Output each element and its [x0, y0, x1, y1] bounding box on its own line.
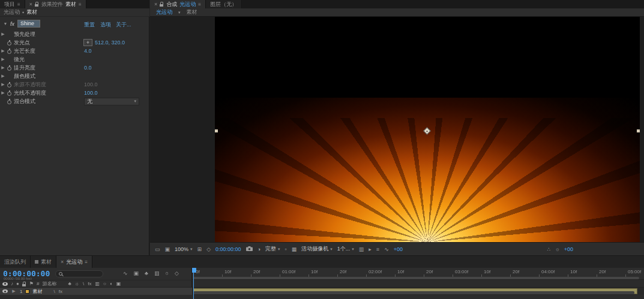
panel-menu-icon[interactable]: ≡ [198, 2, 201, 7]
comp-timecode[interactable]: 0:00:00:00 [215, 246, 241, 252]
effect-row-8[interactable]: ▶光线不透明度100.0 [0, 89, 149, 97]
effect-row-6[interactable]: ▶颜色模式 [0, 72, 149, 80]
solo-column-icon[interactable]: ● [16, 281, 19, 286]
layer-handle-left[interactable] [215, 129, 218, 132]
search-field[interactable] [55, 270, 103, 277]
panel-menu-icon[interactable]: ≡ [17, 2, 20, 7]
preview-monitor-icon[interactable]: ▭ [155, 246, 160, 252]
tab-effect-controls[interactable]: × 效果控件 素材 ≡ [25, 0, 86, 8]
reset-link[interactable]: 重置 [84, 21, 95, 29]
stopwatch-icon[interactable] [7, 65, 12, 71]
shy-switch-icon[interactable]: ♣ [68, 281, 71, 286]
fx-badge-icon[interactable]: fx [10, 21, 14, 27]
graph-editor-icon[interactable]: ◇ [175, 270, 179, 276]
exposure-value[interactable]: +00 [394, 246, 403, 252]
primary-viewer-icon[interactable]: ▣ [165, 246, 170, 252]
motion-blur-switch-icon[interactable]: ○ [103, 281, 106, 286]
stopwatch-icon[interactable] [7, 40, 12, 46]
blend-mode-dropdown[interactable]: 无▾ [84, 98, 139, 105]
breadcrumb-layer[interactable]: 素材 [26, 8, 37, 16]
effect-row-9[interactable]: 混合模式无▾ [0, 97, 149, 105]
horizontal-scrollbar[interactable] [193, 291, 634, 294]
layer-label-color[interactable] [25, 289, 29, 294]
resolution-select[interactable]: 完整 ▾ [265, 245, 280, 253]
show-channels-icon[interactable]: ◑ [257, 246, 260, 252]
adjust-exposure-icon[interactable]: ☼ [555, 246, 559, 252]
work-area-bar[interactable] [193, 277, 639, 279]
layer-quality-icon[interactable]: \ [53, 289, 55, 294]
twirl-closed-icon[interactable]: ▶ [0, 90, 6, 95]
pixel-aspect-icon[interactable]: ▥ [359, 246, 364, 252]
layer-name[interactable]: 素材 [32, 288, 42, 295]
label-column-icon[interactable]: ⚑ [29, 281, 34, 286]
twirl-closed-icon[interactable]: ▶ [11, 289, 17, 294]
twirl-closed-icon[interactable]: ▶ [0, 74, 6, 78]
twirl-closed-icon[interactable]: ▶ [0, 32, 6, 37]
motion-blur-icon[interactable]: ○ [165, 270, 168, 276]
property-value[interactable]: 100.0 [84, 81, 98, 87]
source-name-header[interactable]: 源名称 [42, 280, 56, 287]
panel-menu-icon[interactable]: ≡ [85, 259, 88, 265]
twirl-open-icon[interactable]: ▼ [2, 22, 8, 26]
layer-visibility-icon[interactable] [2, 289, 8, 293]
effect-header-shine[interactable]: ▼ fx Shine 重置 选项 关于... [0, 19, 149, 29]
stopwatch-icon[interactable] [7, 99, 12, 104]
crosshair-button[interactable]: + [83, 39, 92, 46]
stopwatch-icon[interactable] [7, 49, 12, 54]
video-column-icon[interactable] [2, 282, 8, 286]
breadcrumb-comp[interactable]: 光运动 [4, 8, 20, 16]
chevron-down-icon[interactable]: ▾ [178, 10, 181, 15]
effect-row-2[interactable]: 发光点+512.0, 320.0 [0, 38, 149, 47]
grid-guides-icon[interactable]: ⊞ [197, 246, 202, 252]
view-layout-select[interactable]: 1个... ▾ [337, 245, 354, 253]
tab-footage-timeline[interactable]: 素材 [31, 256, 56, 268]
layer-handle-right[interactable] [637, 129, 640, 132]
options-link[interactable]: 选项 [100, 21, 111, 29]
snapshot-camera-icon[interactable] [246, 246, 253, 252]
quality-switch-icon[interactable]: \ [83, 281, 84, 286]
composition-image[interactable] [215, 17, 640, 242]
property-value[interactable]: 512.0, 320.0 [95, 40, 125, 46]
property-value[interactable]: 4.0 [84, 48, 92, 54]
composition-viewport[interactable] [150, 17, 644, 242]
stopwatch-icon[interactable] [7, 90, 12, 96]
twirl-closed-icon[interactable]: ▶ [0, 82, 6, 87]
effect-row-4[interactable]: ▶微光 [0, 55, 149, 64]
audio-column-icon[interactable]: ♪ [11, 281, 13, 286]
track-area[interactable] [192, 280, 644, 295]
about-link[interactable]: 关于... [116, 21, 131, 29]
effect-row-5[interactable]: ▶提升亮度0.0 [0, 64, 149, 72]
layer-fx-icon[interactable]: fx [59, 289, 62, 294]
twirl-closed-icon[interactable]: ▶ [0, 57, 6, 62]
collapse-switch-icon[interactable]: ☼ [75, 281, 79, 286]
twirl-closed-icon[interactable]: ▶ [0, 49, 6, 53]
current-time-indicator[interactable] [193, 268, 194, 299]
adjustment-switch-icon[interactable]: ◐ [110, 281, 113, 286]
effect-name[interactable]: Shine [17, 20, 40, 28]
tab-comp-timeline[interactable]: × 光运动 ≡ [56, 256, 92, 268]
draft-3d-icon[interactable]: ▣ [134, 270, 139, 276]
lock-column-icon[interactable] [22, 282, 26, 286]
panel-menu-icon[interactable]: ≡ [79, 2, 82, 7]
tab-composition[interactable]: × 合成 光运动 ≡ [150, 0, 206, 8]
camera-view-select[interactable]: 活动摄像机 ▾ [301, 245, 333, 253]
property-value[interactable]: 100.0 [84, 90, 98, 96]
roi-icon[interactable]: ▫ [285, 246, 287, 252]
transparency-grid-icon[interactable]: ▦ [292, 246, 297, 252]
flowchart-icon[interactable]: ∿ [384, 246, 389, 252]
mini-flowchart-icon[interactable]: ∿ [123, 270, 128, 276]
timeline-button-icon[interactable]: ≡ [376, 246, 379, 252]
close-icon[interactable]: × [29, 1, 32, 7]
frame-blend-switch-icon[interactable]: ▥ [95, 281, 100, 286]
tab-render-queue[interactable]: 渲染队列 [0, 256, 31, 268]
tab-layer-viewer[interactable]: 图层（无） [206, 0, 242, 8]
effect-row-3[interactable]: ▶光芒长度4.0 [0, 47, 149, 55]
property-value[interactable]: 0.0 [84, 65, 92, 71]
zoom-select[interactable]: 100% ▾ [175, 246, 193, 252]
time-ruler[interactable]: 0f10f20f01:00f10f20f02:00f10f20f03:00f10… [192, 268, 644, 280]
effect-row-7[interactable]: ▶来源不透明度100.0 [0, 80, 149, 89]
exposure-right-value[interactable]: +00 [564, 246, 573, 252]
frame-blend-icon[interactable]: ▥ [154, 270, 160, 276]
stopwatch-icon[interactable] [7, 82, 12, 87]
layer-row[interactable]: ▶ 1 素材 \ fx [0, 288, 192, 295]
